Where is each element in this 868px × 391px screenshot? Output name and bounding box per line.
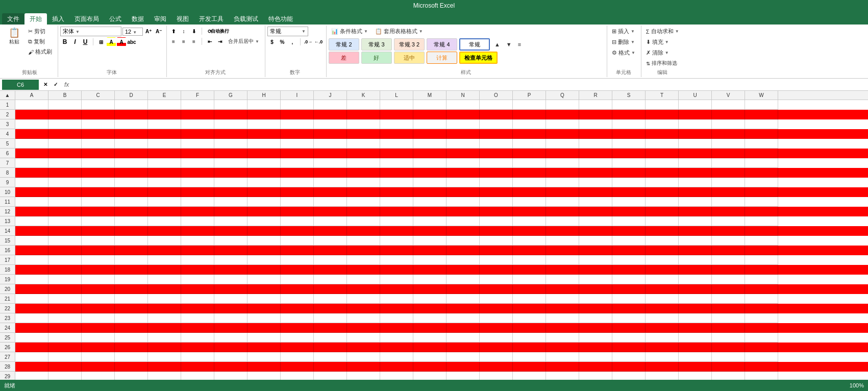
cell-E6[interactable] — [148, 149, 181, 158]
cell-R21[interactable] — [579, 294, 612, 304]
cell-H12[interactable] — [247, 207, 281, 216]
cell-K21[interactable] — [347, 294, 380, 304]
cell-R25[interactable] — [579, 333, 612, 343]
cell-H2[interactable] — [247, 110, 281, 119]
cell-S28[interactable] — [612, 362, 646, 372]
cell-O8[interactable] — [480, 168, 513, 178]
cell-V6[interactable] — [712, 149, 745, 158]
cell-F11[interactable] — [181, 197, 214, 207]
cell-P3[interactable] — [513, 119, 546, 129]
cell-N12[interactable] — [447, 207, 480, 216]
cell-Q4[interactable] — [546, 129, 579, 139]
cell-C13[interactable] — [82, 216, 115, 226]
cell-F5[interactable] — [181, 139, 214, 149]
cell-F20[interactable] — [181, 284, 214, 294]
cell-N18[interactable] — [447, 265, 480, 275]
cell-J21[interactable] — [314, 294, 347, 304]
cell-K23[interactable] — [347, 313, 380, 323]
cell-D3[interactable] — [115, 119, 148, 129]
tab-formula[interactable]: 公式 — [104, 13, 127, 25]
cell-B10[interactable] — [48, 187, 82, 197]
cell-W9[interactable] — [745, 178, 778, 187]
cell-D27[interactable] — [115, 352, 148, 362]
cell-C24[interactable] — [82, 323, 115, 333]
cell-S5[interactable] — [612, 139, 646, 149]
cell-T16[interactable] — [646, 246, 679, 255]
cell-Q23[interactable] — [546, 313, 579, 323]
cell-H19[interactable] — [247, 275, 281, 284]
cell-B9[interactable] — [48, 178, 82, 187]
cell-W3[interactable] — [745, 119, 778, 129]
underline-button[interactable]: U — [81, 37, 90, 46]
cell-C19[interactable] — [82, 275, 115, 284]
cell-I13[interactable] — [281, 216, 314, 226]
cell-E4[interactable] — [148, 129, 181, 139]
format-painter-button[interactable]: 🖌 格式刷 — [26, 47, 55, 57]
font-size-selector[interactable]: 12 ▼ — [122, 28, 143, 36]
cell-Q27[interactable] — [546, 352, 579, 362]
cell-I12[interactable] — [281, 207, 314, 216]
cell-O28[interactable] — [480, 362, 513, 372]
cell-M3[interactable] — [413, 119, 447, 129]
cell-U7[interactable] — [679, 158, 712, 168]
cell-Q26[interactable] — [546, 343, 579, 352]
cell-T5[interactable] — [646, 139, 679, 149]
cell-K22[interactable] — [347, 304, 380, 313]
cell-I27[interactable] — [281, 352, 314, 362]
cell-F6[interactable] — [181, 149, 214, 158]
cell-B23[interactable] — [48, 313, 82, 323]
cell-V13[interactable] — [712, 216, 745, 226]
cell-F21[interactable] — [181, 294, 214, 304]
cell-G14[interactable] — [214, 226, 247, 236]
cell-T24[interactable] — [646, 323, 679, 333]
row-num-2[interactable]: 2 — [0, 110, 15, 119]
bold-button[interactable]: B — [60, 37, 69, 46]
col-header-D[interactable]: D — [115, 91, 148, 100]
cell-O2[interactable] — [480, 110, 513, 119]
cell-O17[interactable] — [480, 255, 513, 265]
wrap-text-button[interactable]: 自动换行 — [215, 27, 225, 36]
confirm-formula-button[interactable]: ✓ — [51, 80, 60, 89]
cell-D6[interactable] — [115, 149, 148, 158]
cell-R22[interactable] — [579, 304, 612, 313]
row-num-16[interactable]: 16 — [0, 246, 15, 255]
row-num-14[interactable]: 14 — [0, 226, 15, 236]
cell-E2[interactable] — [148, 110, 181, 119]
cell-S27[interactable] — [612, 352, 646, 362]
cell-U5[interactable] — [679, 139, 712, 149]
cell-D10[interactable] — [115, 187, 148, 197]
cell-C27[interactable] — [82, 352, 115, 362]
row-num-25[interactable]: 25 — [0, 333, 15, 343]
cell-W7[interactable] — [745, 158, 778, 168]
cell-W22[interactable] — [745, 304, 778, 313]
cell-D7[interactable] — [115, 158, 148, 168]
cell-K28[interactable] — [347, 362, 380, 372]
cell-C21[interactable] — [82, 294, 115, 304]
cell-Q9[interactable] — [546, 178, 579, 187]
cell-A17[interactable] — [15, 255, 48, 265]
cell-U24[interactable] — [679, 323, 712, 333]
cell-S3[interactable] — [612, 119, 646, 129]
cell-P6[interactable] — [513, 149, 546, 158]
cell-R10[interactable] — [579, 187, 612, 197]
cell-V9[interactable] — [712, 178, 745, 187]
cell-A3[interactable] — [15, 119, 48, 129]
cell-H16[interactable] — [247, 246, 281, 255]
cell-C6[interactable] — [82, 149, 115, 158]
cell-R1[interactable] — [579, 100, 612, 110]
cell-W5[interactable] — [745, 139, 778, 149]
cell-S26[interactable] — [612, 343, 646, 352]
cell-G8[interactable] — [214, 168, 247, 178]
cell-W4[interactable] — [745, 129, 778, 139]
cell-C1[interactable] — [82, 100, 115, 110]
cell-H20[interactable] — [247, 284, 281, 294]
cell-J16[interactable] — [314, 246, 347, 255]
cell-A4[interactable] — [15, 129, 48, 139]
cell-E27[interactable] — [148, 352, 181, 362]
cell-W11[interactable] — [745, 197, 778, 207]
cell-K15[interactable] — [347, 236, 380, 246]
cell-W13[interactable] — [745, 216, 778, 226]
cell-R16[interactable] — [579, 246, 612, 255]
cell-Q17[interactable] — [546, 255, 579, 265]
col-header-A[interactable]: A — [15, 91, 48, 100]
